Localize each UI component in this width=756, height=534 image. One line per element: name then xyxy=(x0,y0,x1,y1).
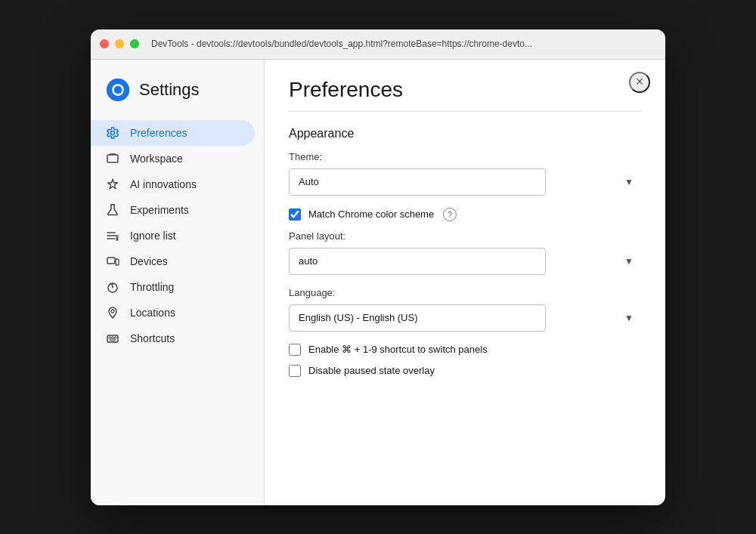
throttling-icon xyxy=(106,280,119,294)
devtools-window: DevTools - devtools://devtools/bundled/d… xyxy=(91,29,665,505)
sidebar-label-locations: Locations xyxy=(130,307,175,319)
paused-overlay-label: Disable paused state overlay xyxy=(308,365,435,376)
sidebar-item-throttling[interactable]: Throttling xyxy=(91,274,264,300)
language-select[interactable]: English (US) - English (US) French Germa… xyxy=(289,304,546,332)
paused-overlay-checkbox-row: Disable paused state overlay xyxy=(289,365,641,377)
close-traffic-light[interactable] xyxy=(100,39,109,48)
settings-heading: Settings xyxy=(139,80,200,100)
sidebar-label-ignore-list: Ignore list xyxy=(130,230,176,242)
svg-rect-17 xyxy=(109,337,111,338)
sidebar-item-ignore-list[interactable]: Ignore list xyxy=(91,223,264,248)
sidebar-item-experiments[interactable]: Experiments xyxy=(91,197,264,223)
main-content: × Preferences Appearance Theme: Auto Lig… xyxy=(265,60,665,505)
sidebar: ⚙ Settings Preferences xyxy=(91,60,265,505)
svg-rect-13 xyxy=(116,259,119,265)
sidebar-label-devices: Devices xyxy=(130,255,168,267)
minimize-traffic-light[interactable] xyxy=(115,39,124,48)
preferences-icon xyxy=(106,126,119,140)
svg-rect-19 xyxy=(115,337,117,338)
panel-layout-select[interactable]: auto horizontal vertical xyxy=(289,248,546,275)
close-button[interactable]: × xyxy=(629,72,650,93)
theme-select-arrow: ▼ xyxy=(624,177,634,187)
devices-icon xyxy=(106,255,119,268)
theme-select-wrapper: Auto Light Dark ▼ xyxy=(289,168,641,196)
svg-rect-12 xyxy=(107,258,115,264)
sidebar-item-ai-innovations[interactable]: AI innovations xyxy=(91,171,264,197)
ai-innovations-icon xyxy=(106,177,119,191)
panel-layout-select-wrapper: auto horizontal vertical ▼ xyxy=(289,248,641,275)
shortcut-checkbox[interactable] xyxy=(289,344,301,356)
settings-header: ⚙ Settings xyxy=(91,78,264,120)
sidebar-label-ai-innovations: AI innovations xyxy=(130,178,197,190)
maximize-traffic-light[interactable] xyxy=(130,39,139,48)
svg-rect-18 xyxy=(112,337,114,338)
panel-layout-label: Panel layout: xyxy=(289,230,641,242)
titlebar-title: DevTools - devtools://devtools/bundled/d… xyxy=(151,39,656,49)
sidebar-item-locations[interactable]: Locations xyxy=(91,300,264,326)
divider xyxy=(289,111,641,112)
sidebar-label-preferences: Preferences xyxy=(130,127,187,139)
sidebar-label-throttling: Throttling xyxy=(130,281,174,293)
shortcut-label: Enable ⌘ + 1-9 shortcut to switch panels xyxy=(308,344,488,355)
language-select-wrapper: English (US) - English (US) French Germa… xyxy=(289,304,641,332)
paused-overlay-checkbox[interactable] xyxy=(289,365,301,377)
svg-rect-20 xyxy=(110,339,116,341)
page-title: Preferences xyxy=(289,78,641,102)
sidebar-label-workspace: Workspace xyxy=(130,153,183,165)
match-chrome-label: Match Chrome color scheme xyxy=(308,208,434,220)
sidebar-label-experiments: Experiments xyxy=(130,204,189,216)
panel-layout-select-arrow: ▼ xyxy=(624,256,634,267)
appearance-section-title: Appearance xyxy=(289,127,641,140)
match-chrome-help-icon[interactable]: ? xyxy=(443,208,457,221)
sidebar-label-shortcuts: Shortcuts xyxy=(130,332,175,344)
shortcuts-icon xyxy=(106,332,119,345)
svg-rect-6 xyxy=(107,155,118,162)
content-area: ⚙ Settings Preferences xyxy=(91,60,665,505)
chrome-devtools-icon: ⚙ xyxy=(106,78,130,102)
match-chrome-row: Match Chrome color scheme ? xyxy=(289,208,641,221)
titlebar: DevTools - devtools://devtools/bundled/d… xyxy=(91,29,665,60)
theme-label: Theme: xyxy=(289,151,641,162)
language-select-arrow: ▼ xyxy=(624,313,634,323)
language-label: Language: xyxy=(289,287,641,298)
experiments-icon xyxy=(106,203,119,217)
match-chrome-checkbox[interactable] xyxy=(289,208,301,221)
locations-icon xyxy=(106,306,119,319)
workspace-icon xyxy=(106,152,119,165)
sidebar-item-shortcuts[interactable]: Shortcuts xyxy=(91,326,264,351)
sidebar-item-preferences[interactable]: Preferences xyxy=(91,120,255,146)
sidebar-item-devices[interactable]: Devices xyxy=(91,248,264,274)
shortcut-checkbox-row: Enable ⌘ + 1-9 shortcut to switch panels xyxy=(289,344,641,356)
sidebar-item-workspace[interactable]: Workspace xyxy=(91,146,264,171)
theme-select[interactable]: Auto Light Dark xyxy=(289,168,546,196)
ignore-list-icon xyxy=(106,229,119,242)
svg-point-15 xyxy=(111,310,114,313)
svg-text:⚙: ⚙ xyxy=(113,84,123,96)
